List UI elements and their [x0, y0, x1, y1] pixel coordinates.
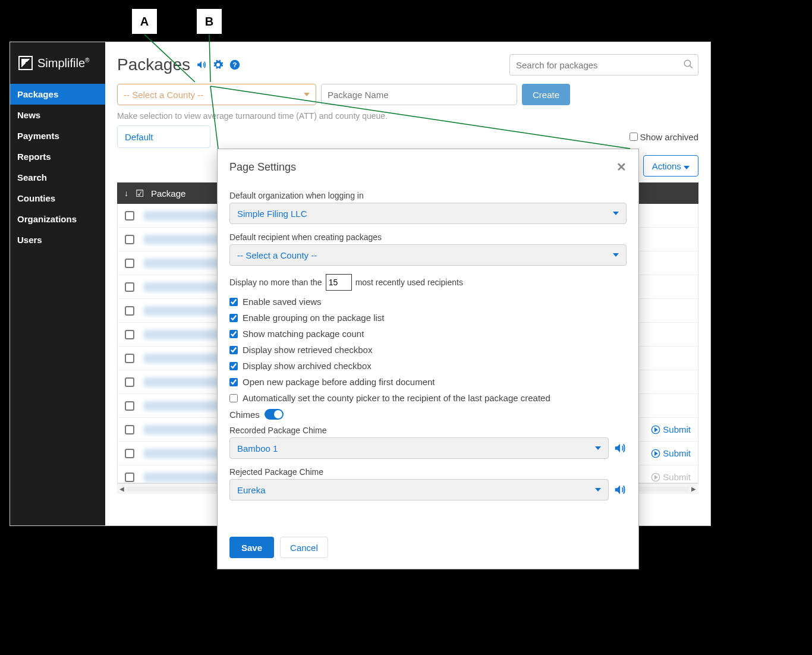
package-name-blurred: [144, 259, 221, 268]
package-name-blurred: [144, 401, 221, 411]
row-checkbox[interactable]: [125, 425, 134, 434]
package-name-input[interactable]: [321, 84, 517, 105]
row-checkbox[interactable]: [125, 259, 134, 268]
settings-checkbox-label: Display show retrieved checkbox: [243, 345, 372, 355]
show-archived-checkbox[interactable]: [630, 133, 638, 141]
select-all-icon[interactable]: ☑: [136, 188, 144, 199]
nav-item-search[interactable]: Search: [10, 167, 105, 188]
nav-item-counties[interactable]: Counties: [10, 188, 105, 209]
chevron-down-icon: [613, 253, 619, 257]
show-archived-toggle[interactable]: Show archived: [630, 132, 698, 142]
modal-body: Default organization when logging in Sim…: [218, 185, 638, 526]
row-checkbox[interactable]: [125, 306, 134, 316]
chevron-down-icon: [595, 446, 601, 450]
submit-link[interactable]: Submit: [651, 424, 691, 434]
nav-item-news[interactable]: News: [10, 105, 105, 125]
nav-item-reports[interactable]: Reports: [10, 146, 105, 167]
play-sound-icon[interactable]: [613, 442, 627, 455]
package-name-blurred: [144, 235, 221, 244]
settings-checkbox[interactable]: [229, 394, 238, 402]
row-checkbox[interactable]: [125, 282, 134, 292]
default-recipient-select[interactable]: -- Select a County --: [229, 244, 627, 266]
row-checkbox[interactable]: [125, 401, 134, 411]
county-select[interactable]: -- Select a County --: [117, 84, 316, 105]
settings-checkbox-row: Show matching package count: [229, 329, 627, 339]
chevron-down-icon: [684, 166, 690, 169]
display-limit-input[interactable]: [326, 274, 352, 291]
settings-checkbox[interactable]: [229, 330, 238, 338]
chimes-label: Chimes: [229, 410, 260, 420]
gear-icon[interactable]: [213, 59, 224, 70]
column-package[interactable]: Package: [151, 188, 185, 199]
search-input[interactable]: [509, 54, 698, 75]
package-name-blurred: [144, 211, 221, 221]
settings-checkbox[interactable]: [229, 298, 238, 306]
row-checkbox[interactable]: [125, 377, 134, 387]
close-icon[interactable]: ✕: [616, 160, 627, 174]
sort-icon[interactable]: ↓: [124, 188, 128, 198]
cancel-button[interactable]: Cancel: [280, 537, 328, 558]
help-icon[interactable]: ?: [229, 59, 240, 70]
settings-checkbox[interactable]: [229, 346, 238, 354]
settings-checkbox[interactable]: [229, 362, 238, 370]
logo-text: Simplifile®: [37, 56, 89, 70]
chimes-toggle-row: Chimes: [229, 409, 627, 420]
package-name-blurred: [144, 425, 221, 434]
row-checkbox[interactable]: [125, 330, 134, 339]
rejected-chime-label: Rejected Package Chime: [229, 467, 627, 477]
modal-title: Page Settings: [229, 161, 296, 174]
header-icons: ?: [196, 59, 240, 70]
settings-checkbox-row: Enable grouping on the package list: [229, 313, 627, 323]
package-name-blurred: [144, 449, 221, 458]
settings-checkbox[interactable]: [229, 314, 238, 322]
sidebar: Simplifile® PackagesNewsPaymentsReportsS…: [10, 42, 105, 525]
recorded-chime-select[interactable]: Bamboo 1: [229, 437, 609, 459]
settings-checkbox-row: Open new package before adding first doc…: [229, 377, 627, 387]
nav-item-organizations[interactable]: Organizations: [10, 209, 105, 229]
county-placeholder: -- Select a County --: [124, 90, 203, 100]
row-checkbox[interactable]: [125, 235, 134, 244]
row-checkbox[interactable]: [125, 449, 134, 458]
page-settings-modal: Page Settings ✕ Default organization whe…: [217, 149, 639, 569]
actions-dropdown[interactable]: Actions: [643, 155, 698, 177]
settings-checkbox-label: Open new package before adding first doc…: [243, 377, 435, 387]
settings-checkbox-label: Enable saved views: [243, 297, 322, 307]
display-suffix: most recently used recipients: [355, 278, 463, 287]
row-checkbox[interactable]: [125, 473, 134, 482]
settings-checkbox-row: Display show archived checkbox: [229, 361, 627, 371]
chevron-down-icon: [304, 93, 310, 96]
nav-item-packages[interactable]: Packages: [10, 84, 105, 105]
row-checkbox[interactable]: [125, 354, 134, 363]
svg-text:?: ?: [233, 61, 237, 68]
svg-line-7: [690, 65, 693, 68]
search-wrapper: [509, 54, 698, 75]
default-view-tab[interactable]: Default: [117, 125, 210, 148]
default-org-select[interactable]: Simple Filing LLC: [229, 203, 627, 224]
nav-item-users[interactable]: Users: [10, 229, 105, 250]
logo: Simplifile®: [10, 42, 105, 84]
default-recipient-value: -- Select a County --: [237, 250, 317, 260]
sound-icon[interactable]: [196, 59, 207, 70]
default-org-value: Simple Filing LLC: [237, 209, 307, 219]
play-sound-icon[interactable]: [613, 483, 627, 496]
rejected-chime-select[interactable]: Eureka: [229, 479, 609, 500]
row-checkbox[interactable]: [125, 211, 134, 221]
callout-b: B: [196, 8, 222, 34]
settings-checkbox-row: Enable saved views: [229, 297, 627, 307]
logo-icon: [18, 56, 33, 70]
settings-checkbox[interactable]: [229, 378, 238, 386]
display-prefix: Display no more than the: [229, 278, 322, 287]
create-button[interactable]: Create: [522, 84, 570, 105]
package-name-blurred: [144, 377, 221, 387]
create-bar: -- Select a County -- Create: [105, 84, 710, 105]
default-recipient-label: Default recipient when creating packages: [229, 232, 627, 242]
package-name-blurred: [144, 330, 221, 339]
callout-a: A: [131, 8, 158, 34]
save-button[interactable]: Save: [229, 537, 274, 558]
chimes-toggle[interactable]: [265, 409, 284, 420]
rejected-chime-value: Eureka: [237, 485, 266, 495]
submit-link[interactable]: Submit: [651, 448, 691, 458]
nav-item-payments[interactable]: Payments: [10, 125, 105, 146]
chevron-down-icon: [595, 488, 601, 492]
svg-point-6: [684, 60, 691, 67]
